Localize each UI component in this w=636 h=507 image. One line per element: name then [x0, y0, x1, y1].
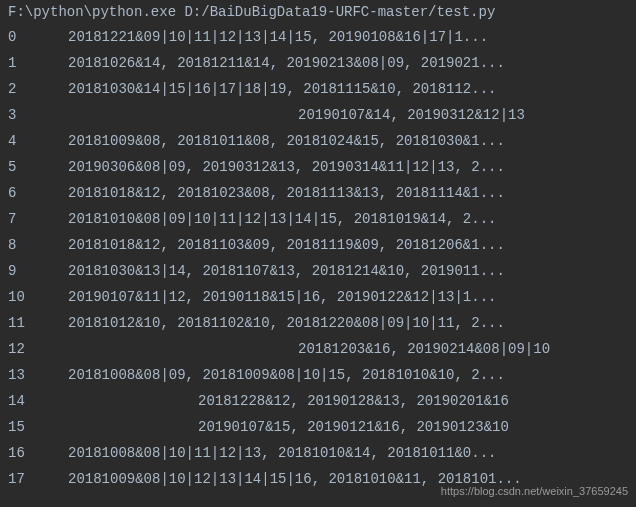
output-row: 620181018&12, 20181023&08, 20181113&13, … — [8, 180, 628, 206]
row-index: 11 — [8, 310, 68, 336]
output-row: 1520190107&15, 20190121&16, 20190123&10 — [8, 414, 628, 440]
row-value: 20181009&08, 20181011&08, 20181024&15, 2… — [68, 128, 628, 154]
output-row: 020181221&09|10|11|12|13|14|15, 20190108… — [8, 24, 628, 50]
row-value: 20181018&12, 20181023&08, 20181113&13, 2… — [68, 180, 628, 206]
row-index: 16 — [8, 440, 68, 466]
output-row: 120181026&14, 20181211&14, 20190213&08|0… — [8, 50, 628, 76]
row-value: 20181030&14|15|16|17|18|19, 20181115&10,… — [68, 76, 628, 102]
row-index: 12 — [8, 336, 68, 362]
output-row: 1420181228&12, 20190128&13, 20190201&16 — [8, 388, 628, 414]
output-row: 820181018&12, 20181103&09, 20181119&09, … — [8, 232, 628, 258]
row-index: 10 — [8, 284, 68, 310]
output-row: 1220181203&16, 20190214&08|09|10 — [8, 336, 628, 362]
row-value: 20181203&16, 20190214&08|09|10 — [68, 336, 628, 362]
row-value: 20181012&10, 20181102&10, 20181220&08|09… — [68, 310, 628, 336]
row-value: 20181018&12, 20181103&09, 20181119&09, 2… — [68, 232, 628, 258]
output-row: 1020190107&11|12, 20190118&15|16, 201901… — [8, 284, 628, 310]
row-index: 8 — [8, 232, 68, 258]
command-line: F:\python\python.exe D:/BaiDuBigData19-U… — [0, 0, 636, 24]
row-index: 9 — [8, 258, 68, 284]
row-value: 20181221&09|10|11|12|13|14|15, 20190108&… — [68, 24, 628, 50]
row-index: 4 — [8, 128, 68, 154]
output-row: 220181030&14|15|16|17|18|19, 20181115&10… — [8, 76, 628, 102]
row-value: 20190107&14, 20190312&12|13 — [68, 102, 628, 128]
row-index: 0 — [8, 24, 68, 50]
row-value: 20190107&15, 20190121&16, 20190123&10 — [68, 414, 628, 440]
output-row: 1620181008&08|10|11|12|13, 20181010&14, … — [8, 440, 628, 466]
row-index: 13 — [8, 362, 68, 388]
watermark: https://blog.csdn.net/weixin_37659245 — [441, 485, 628, 497]
row-index: 3 — [8, 102, 68, 128]
row-index: 5 — [8, 154, 68, 180]
row-value: 20190107&11|12, 20190118&15|16, 20190122… — [68, 284, 628, 310]
row-value: 20181008&08|09, 20181009&08|10|15, 20181… — [68, 362, 628, 388]
row-value: 20181010&08|09|10|11|12|13|14|15, 201810… — [68, 206, 628, 232]
row-index: 7 — [8, 206, 68, 232]
row-index: 14 — [8, 388, 68, 414]
row-index: 15 — [8, 414, 68, 440]
console-output: 020181221&09|10|11|12|13|14|15, 20190108… — [0, 24, 636, 492]
row-value: 20181008&08|10|11|12|13, 20181010&14, 20… — [68, 440, 628, 466]
output-row: 1120181012&10, 20181102&10, 20181220&08|… — [8, 310, 628, 336]
row-value: 20181026&14, 20181211&14, 20190213&08|09… — [68, 50, 628, 76]
row-value: 20190306&08|09, 20190312&13, 20190314&11… — [68, 154, 628, 180]
output-row: 720181010&08|09|10|11|12|13|14|15, 20181… — [8, 206, 628, 232]
output-row: 320190107&14, 20190312&12|13 — [8, 102, 628, 128]
output-row: 1320181008&08|09, 20181009&08|10|15, 201… — [8, 362, 628, 388]
output-row: 420181009&08, 20181011&08, 20181024&15, … — [8, 128, 628, 154]
output-row: 920181030&13|14, 20181107&13, 20181214&1… — [8, 258, 628, 284]
row-index: 17 — [8, 466, 68, 492]
row-index: 6 — [8, 180, 68, 206]
row-index: 2 — [8, 76, 68, 102]
row-index: 1 — [8, 50, 68, 76]
output-row: 520190306&08|09, 20190312&13, 20190314&1… — [8, 154, 628, 180]
row-value: 20181030&13|14, 20181107&13, 20181214&10… — [68, 258, 628, 284]
row-value: 20181228&12, 20190128&13, 20190201&16 — [68, 388, 628, 414]
